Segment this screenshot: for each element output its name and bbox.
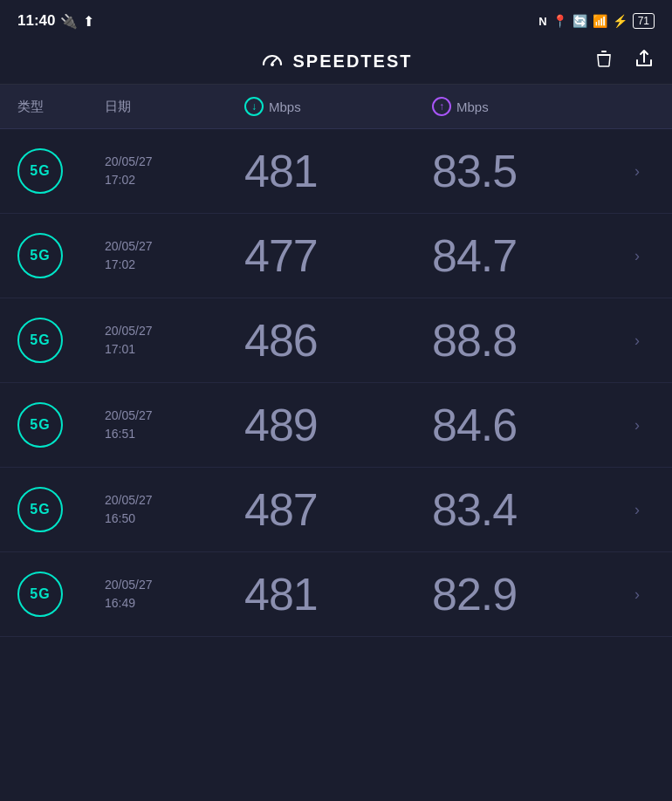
- network-type-badge: 5G: [17, 402, 63, 448]
- date-time-cell: 20/05/2717:02: [105, 237, 244, 274]
- col-download-label: Mbps: [269, 99, 301, 114]
- app-header: SPEEDTEST: [0, 38, 672, 85]
- status-time: 11:40: [17, 12, 55, 30]
- header-actions: [593, 48, 655, 74]
- date-time-cell: 20/05/2716:49: [105, 576, 244, 613]
- network-type-badge: 5G: [17, 318, 63, 363]
- share-button[interactable]: [634, 48, 655, 74]
- header-title-text: SPEEDTEST: [293, 51, 413, 72]
- svg-line-1: [272, 58, 277, 63]
- col-date-header: 日期: [105, 99, 244, 115]
- download-speed: 481: [244, 145, 432, 197]
- download-speed: 487: [244, 483, 432, 536]
- row-chevron-icon: ›: [620, 585, 655, 604]
- result-row[interactable]: 5G 20/05/2717:02 481 83.5 ›: [0, 129, 672, 214]
- upload-speed: 82.9: [432, 568, 620, 620]
- status-left: 11:40 🔌 ⬆: [17, 12, 94, 30]
- flash-icon: ⚡: [613, 14, 627, 28]
- wifi-icon: 📶: [593, 14, 607, 28]
- upload-speed: 83.5: [432, 145, 620, 197]
- svg-rect-3: [601, 51, 607, 52]
- result-row[interactable]: 5G 20/05/2717:01 486 88.8 ›: [0, 298, 672, 383]
- row-chevron-icon: ›: [620, 501, 655, 519]
- download-arrow-icon: ↓: [244, 97, 264, 116]
- date-time-cell: 20/05/2717:02: [105, 153, 244, 189]
- usb-icon: 🔌: [60, 13, 78, 30]
- network-type-badge: 5G: [17, 233, 63, 278]
- col-upload-label: Mbps: [456, 99, 489, 114]
- result-row[interactable]: 5G 20/05/2716:50 487 83.4 ›: [0, 468, 672, 552]
- network-type-badge: 5G: [17, 572, 63, 617]
- row-chevron-icon: ›: [620, 332, 655, 350]
- nfc-icon: N: [538, 15, 546, 28]
- date-time-cell: 20/05/2716:51: [105, 407, 244, 443]
- result-row[interactable]: 5G 20/05/2717:02 477 84.7 ›: [0, 214, 672, 298]
- result-row[interactable]: 5G 20/05/2716:51 489 84.6 ›: [0, 383, 672, 468]
- col-download-header: ↓ Mbps: [244, 97, 432, 116]
- upload-speed: 88.8: [432, 314, 620, 366]
- location-icon: 📍: [552, 14, 567, 28]
- status-right: N 📍 🔄 📶 ⚡ 71: [538, 13, 655, 29]
- header-title-container: SPEEDTEST: [260, 49, 413, 73]
- rotate-icon: 🔄: [573, 14, 587, 28]
- result-row[interactable]: 5G 20/05/2716:49 481 82.9 ›: [0, 552, 672, 637]
- upload-speed: 84.7: [432, 229, 620, 282]
- download-speed: 489: [244, 399, 432, 451]
- date-time-cell: 20/05/2716:50: [105, 491, 244, 528]
- delete-button[interactable]: [593, 48, 614, 74]
- date-time-cell: 20/05/2717:01: [105, 322, 244, 359]
- network-type-badge: 5G: [17, 487, 63, 532]
- data-icon: ⬆: [83, 13, 94, 30]
- results-list: 5G 20/05/2717:02 481 83.5 › 5G 20/05/271…: [0, 129, 672, 637]
- upload-speed: 84.6: [432, 399, 620, 451]
- network-type-badge: 5G: [17, 148, 63, 194]
- upload-arrow-icon: ↑: [432, 97, 451, 116]
- download-speed: 477: [244, 229, 432, 282]
- row-chevron-icon: ›: [620, 162, 655, 181]
- upload-speed: 83.4: [432, 483, 620, 536]
- download-speed: 481: [244, 568, 432, 620]
- col-upload-header: ↑ Mbps: [432, 97, 620, 116]
- svg-rect-2: [597, 54, 611, 56]
- col-type-header: 类型: [17, 99, 105, 115]
- row-chevron-icon: ›: [620, 247, 655, 265]
- speedtest-logo-icon: [260, 49, 285, 73]
- download-speed: 486: [244, 314, 432, 366]
- battery-icon: 71: [633, 13, 655, 29]
- status-bar: 11:40 🔌 ⬆ N 📍 🔄 📶 ⚡ 71: [0, 0, 672, 38]
- column-headers: 类型 日期 ↓ Mbps ↑ Mbps: [0, 85, 672, 129]
- row-chevron-icon: ›: [620, 416, 655, 435]
